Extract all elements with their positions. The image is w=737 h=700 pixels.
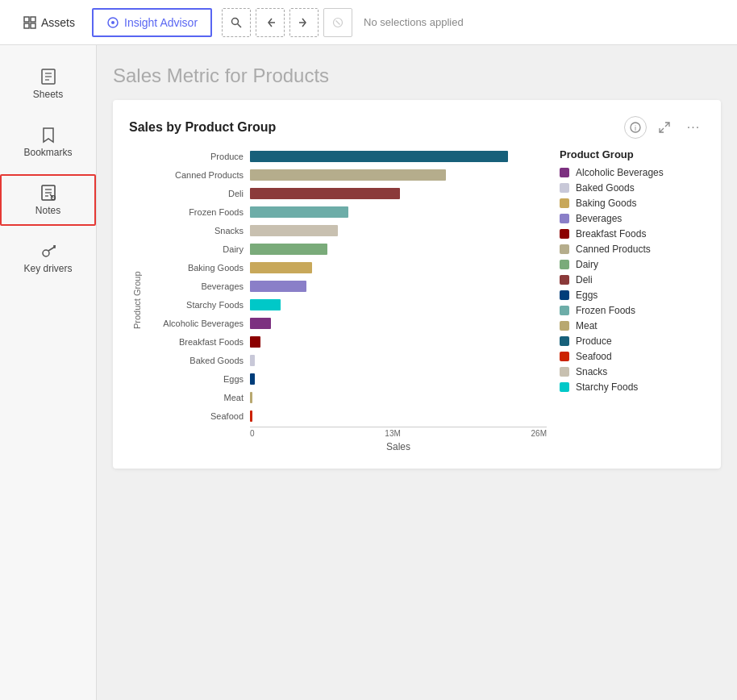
bar-label: Dairy [145,244,250,254]
bar-row: Snacks [145,223,547,239]
legend-color [560,306,569,315]
legend-color [560,290,569,300]
bar-track [250,225,547,236]
x-tick-0: 0 [250,429,255,438]
legend-item: Baked Goods [560,182,705,194]
bar-track [250,169,547,181]
legend-item: Starchy Foods [560,381,705,393]
forward-btn[interactable] [289,8,319,37]
main-layout: Sheets Bookmarks Notes [0,45,737,700]
sidebar-item-key-drivers[interactable]: Key drivers [0,232,96,284]
bar-fill [250,151,508,162]
bar-label: Baked Goods [145,356,250,365]
bar-row: Baked Goods [145,352,547,369]
bar-row: Alcoholic Beverages [145,315,547,331]
svg-line-21 [48,247,55,251]
bar-fill [250,169,446,181]
legend-label: Snacks [576,366,607,377]
legend-color [560,168,569,177]
insight-advisor-label: Insight Advisor [124,16,198,29]
search-btn[interactable] [222,8,251,37]
bar-fill [250,336,260,348]
more-btn[interactable]: ··· [682,116,705,139]
chart-card: Sales by Product Group i [113,100,721,469]
assets-tab[interactable]: Assets [10,9,89,36]
svg-point-5 [111,21,115,24]
bar-track [250,188,547,199]
bar-row: Eggs [145,371,547,387]
sheets-label: Sheets [33,89,63,100]
x-tick-13m: 13M [385,429,400,438]
bar-label: Frozen Foods [145,207,250,217]
legend-color [560,214,569,223]
bar-row: Beverages [145,278,547,294]
legend-color [560,198,569,208]
bar-row: Seafood [145,408,547,424]
legend-item: Dairy [560,259,705,270]
clear-btn[interactable] [323,8,352,37]
legend-label: Meat [576,320,598,331]
svg-line-9 [336,20,340,24]
legend-item: Breakfast Foods [560,228,705,240]
svg-line-7 [238,23,242,27]
legend-item: Snacks [560,366,705,377]
bar-label: Breakfast Foods [145,337,250,347]
legend-label: Deli [576,274,593,285]
info-icon: i [630,122,641,133]
insight-advisor-tab[interactable]: Insight Advisor [92,8,212,37]
chart-actions: i ··· [624,116,705,139]
page-title: Sales Metric for Products [113,65,721,87]
bar-fill [250,281,306,292]
expand-btn[interactable] [653,116,676,139]
legend-label: Seafood [576,351,612,362]
top-nav: Assets Insight Advisor [0,0,737,45]
bar-row: Dairy [145,241,547,257]
svg-point-6 [232,18,239,24]
legend-item: Canned Products [560,244,705,255]
bar-label: Baking Goods [145,263,250,273]
notes-label: Notes [35,205,60,216]
bookmarks-icon [40,126,57,144]
legend-label: Baking Goods [576,198,636,209]
legend-color [560,229,569,239]
legend-color [560,275,569,285]
legend-label: Frozen Foods [576,305,635,316]
legend-item: Beverages [560,213,705,224]
bar-fill [250,188,400,199]
bar-fill [250,262,312,273]
svg-rect-1 [31,17,35,22]
sidebar-item-notes[interactable]: Notes [0,174,96,226]
bar-fill [250,355,255,366]
bar-track [250,151,547,162]
assets-icon [23,16,36,29]
legend-label: Beverages [576,213,622,224]
bar-row: Meat [145,390,547,406]
legend-label: Starchy Foods [576,381,638,393]
bar-row: Canned Products [145,167,547,183]
legend-color [560,244,569,254]
legend: Product Group Alcoholic BeveragesBaked G… [560,148,705,452]
legend-color [560,336,569,346]
info-btn[interactable]: i [624,116,647,139]
sidebar-item-bookmarks[interactable]: Bookmarks [0,116,96,168]
content-area: Sales Metric for Products Sales by Produ… [97,45,737,700]
bar-track [250,206,547,218]
expand-icon [659,122,670,133]
back-btn[interactable] [256,8,285,37]
sidebar-item-sheets[interactable]: Sheets [0,58,96,110]
legend-color [560,382,569,392]
key-drivers-label: Key drivers [23,263,72,274]
bar-track [250,244,547,255]
svg-rect-2 [24,23,29,28]
bar-fill [250,318,271,329]
bar-fill [250,206,348,218]
bar-fill [250,392,252,403]
bar-fill [250,244,327,255]
legend-item: Deli [560,274,705,285]
bar-track [250,373,547,385]
bar-row: Frozen Foods [145,204,547,220]
bar-track [250,281,547,292]
legend-title: Product Group [560,148,705,160]
key-drivers-icon [40,242,57,260]
legend-item: Alcoholic Beverages [560,167,705,178]
